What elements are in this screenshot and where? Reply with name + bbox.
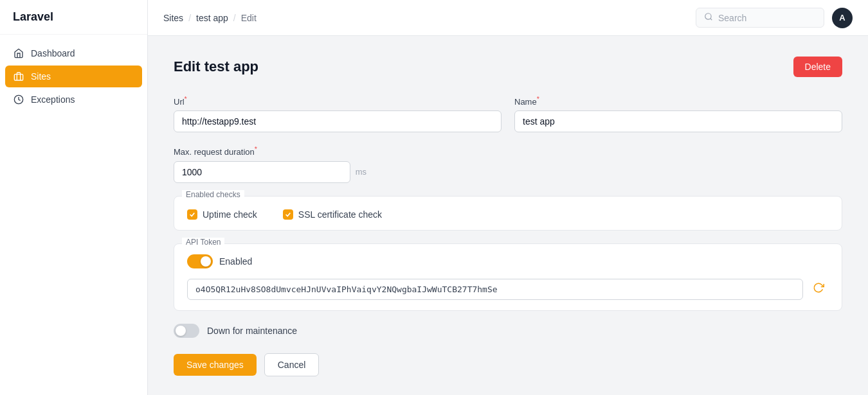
save-button[interactable]: Save changes xyxy=(174,354,257,376)
maintenance-toggle[interactable] xyxy=(174,324,199,338)
app-logo: Laravel xyxy=(0,0,147,35)
page-title-row: Edit test app Delete xyxy=(174,57,842,77)
api-token-toggle[interactable] xyxy=(187,254,213,268)
max-request-label: Max. request duration* xyxy=(174,145,366,157)
edit-form: Url* Name* Max. request duration* xyxy=(174,95,842,395)
url-name-row: Url* Name* xyxy=(174,95,842,132)
svg-line-3 xyxy=(710,19,712,21)
breadcrumb-sep-1: / xyxy=(188,13,191,23)
max-request-group: Max. request duration* ms xyxy=(174,145,366,182)
ssl-check-label: SSL certificate check xyxy=(298,209,382,220)
page-title: Edit test app xyxy=(174,58,258,75)
name-label: Name* xyxy=(514,95,842,107)
svg-rect-0 xyxy=(14,75,23,80)
refresh-token-button[interactable] xyxy=(808,279,829,299)
search-icon xyxy=(704,12,713,23)
briefcase-icon xyxy=(13,71,24,82)
ssl-check-item: SSL certificate check xyxy=(283,209,382,220)
svg-point-2 xyxy=(705,13,711,19)
breadcrumb-edit: Edit xyxy=(241,13,257,23)
sidebar-item-dashboard-label: Dashboard xyxy=(31,48,75,58)
uptime-check-item: Uptime check xyxy=(187,209,257,220)
sidebar-item-sites-label: Sites xyxy=(31,71,51,82)
api-token-box: API Token Enabled xyxy=(174,243,842,311)
header-right: A xyxy=(696,8,853,28)
name-input[interactable] xyxy=(514,110,842,132)
sidebar-nav: Dashboard Sites Exceptions xyxy=(0,35,147,118)
delete-button[interactable]: Delete xyxy=(793,57,842,77)
url-input[interactable] xyxy=(174,110,502,132)
ms-suffix: ms xyxy=(356,167,366,177)
api-token-toggle-row: Enabled xyxy=(187,254,829,268)
api-token-input[interactable] xyxy=(187,279,803,300)
main-area: Sites / test app / Edit A Edit test app xyxy=(148,0,868,395)
enabled-checks-legend: Enabled checks xyxy=(182,190,244,199)
clock-icon xyxy=(13,94,24,105)
url-label: Url* xyxy=(174,95,502,107)
max-request-input[interactable] xyxy=(174,161,350,183)
breadcrumb-sites[interactable]: Sites xyxy=(163,13,183,23)
sidebar-item-exceptions-label: Exceptions xyxy=(31,94,75,105)
url-group: Url* xyxy=(174,95,502,132)
action-row: Save changes Cancel xyxy=(174,353,842,376)
page-content: Edit test app Delete Url* Name* xyxy=(148,36,868,395)
maintenance-toggle-thumb xyxy=(176,326,186,336)
breadcrumb-sep-2: / xyxy=(233,13,236,23)
maintenance-row: Down for maintenance xyxy=(174,324,842,338)
search-input[interactable] xyxy=(718,13,816,23)
api-token-input-row xyxy=(187,279,829,300)
toggle-thumb xyxy=(201,256,211,267)
breadcrumb-test-app[interactable]: test app xyxy=(196,13,228,23)
max-request-input-row: ms xyxy=(174,161,366,183)
sidebar-item-exceptions[interactable]: Exceptions xyxy=(5,89,142,110)
uptime-check-label: Uptime check xyxy=(203,209,257,220)
breadcrumb: Sites / test app / Edit xyxy=(163,13,257,23)
uptime-check-checkbox[interactable] xyxy=(187,209,197,220)
cancel-button[interactable]: Cancel xyxy=(264,353,320,376)
avatar[interactable]: A xyxy=(832,8,853,28)
sidebar-item-sites[interactable]: Sites xyxy=(5,66,142,87)
page-header: Sites / test app / Edit A xyxy=(148,0,868,36)
sidebar: Laravel Dashboard Sites xyxy=(0,0,148,395)
sidebar-item-dashboard[interactable]: Dashboard xyxy=(5,42,142,64)
home-icon xyxy=(13,48,24,59)
api-token-enabled-label: Enabled xyxy=(219,256,252,267)
checks-row: Uptime check SSL certificate check xyxy=(187,207,829,220)
refresh-icon xyxy=(813,282,824,297)
name-group: Name* xyxy=(514,95,842,132)
maintenance-label: Down for maintenance xyxy=(207,326,297,336)
enabled-checks-box: Enabled checks Uptime check SSL certific… xyxy=(174,196,842,231)
search-box[interactable] xyxy=(696,8,824,28)
api-token-legend: API Token xyxy=(182,238,224,247)
ssl-check-checkbox[interactable] xyxy=(283,209,293,220)
